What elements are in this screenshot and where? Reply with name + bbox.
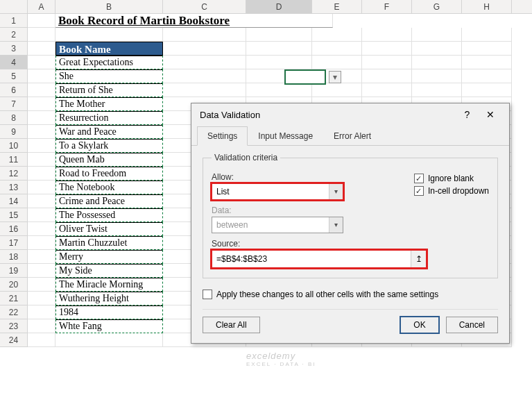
cell[interactable]	[55, 333, 163, 347]
cell[interactable]	[312, 42, 362, 56]
in-cell-dropdown-checkbox[interactable]: ✓	[414, 186, 424, 196]
book-cell[interactable]: Wuthering Height	[55, 292, 163, 305]
cell[interactable]	[28, 28, 55, 42]
cell[interactable]	[28, 305, 55, 319]
col-header-F[interactable]: F	[362, 0, 412, 13]
cell[interactable]	[28, 42, 55, 56]
row-header-21[interactable]: 21	[0, 292, 28, 305]
book-cell[interactable]: Crime and Peace	[55, 194, 163, 208]
cell[interactable]	[28, 83, 55, 97]
book-cell[interactable]: Oliver Twist	[55, 222, 163, 236]
clear-all-button[interactable]: Clear All	[203, 317, 260, 333]
book-cell[interactable]: Martin Chuzzulet	[55, 236, 163, 250]
cell[interactable]	[362, 83, 412, 97]
active-cell[interactable]	[284, 69, 326, 85]
row-header-19[interactable]: 19	[0, 264, 28, 278]
col-header-H[interactable]: H	[462, 0, 512, 13]
row-header-4[interactable]: 4	[0, 56, 28, 69]
dialog-titlebar[interactable]: Data Validation ? ✕	[191, 103, 509, 126]
col-header-E[interactable]: E	[312, 0, 362, 13]
row-header-18[interactable]: 18	[0, 250, 28, 264]
cell[interactable]	[462, 56, 512, 69]
cell[interactable]	[462, 69, 512, 83]
cell[interactable]	[246, 28, 312, 42]
source-input[interactable]: =$B$4:$B$23 ↥	[212, 250, 427, 268]
book-cell[interactable]: Road to Freedom	[55, 167, 163, 181]
ignore-blank-checkbox[interactable]: ✓	[414, 174, 424, 183]
cell[interactable]	[412, 56, 462, 69]
book-cell[interactable]: Resurrection	[55, 111, 163, 125]
book-cell[interactable]: Merry	[55, 250, 163, 264]
cell[interactable]	[163, 69, 246, 83]
cell[interactable]	[28, 139, 55, 153]
cell[interactable]	[163, 83, 246, 97]
cell[interactable]	[28, 250, 55, 264]
cell[interactable]	[362, 28, 412, 42]
apply-checkbox[interactable]	[203, 290, 212, 299]
cell-dropdown-button[interactable]: ▾	[329, 71, 341, 83]
cell[interactable]	[28, 264, 55, 278]
row-header-3[interactable]: 3	[0, 42, 28, 56]
cell[interactable]	[163, 42, 246, 56]
cell[interactable]	[462, 83, 512, 97]
row-header-17[interactable]: 17	[0, 236, 28, 250]
col-header-A[interactable]: A	[28, 0, 55, 13]
row-header-15[interactable]: 15	[0, 208, 28, 222]
row-header-13[interactable]: 13	[0, 181, 28, 194]
cell[interactable]	[28, 278, 55, 292]
cell[interactable]	[246, 42, 312, 56]
cell[interactable]	[246, 56, 312, 69]
cell[interactable]	[28, 236, 55, 250]
book-cell[interactable]: The Possessed	[55, 208, 163, 222]
ok-button[interactable]: OK	[400, 317, 438, 333]
row-header-5[interactable]: 5	[0, 69, 28, 83]
cell[interactable]	[28, 167, 55, 181]
row-header-12[interactable]: 12	[0, 167, 28, 181]
cell[interactable]	[28, 222, 55, 236]
book-cell[interactable]: To a Skylark	[55, 139, 163, 153]
cell[interactable]	[362, 56, 412, 69]
row-header-10[interactable]: 10	[0, 139, 28, 153]
select-all-corner[interactable]	[0, 0, 28, 13]
row-header-6[interactable]: 6	[0, 83, 28, 97]
row-header-20[interactable]: 20	[0, 278, 28, 292]
row-header-23[interactable]: 23	[0, 319, 28, 333]
cell[interactable]	[163, 56, 246, 69]
table-header[interactable]: Book Name	[55, 42, 163, 56]
book-cell[interactable]: My Side	[55, 264, 163, 278]
page-title[interactable]: Book Record of Martin Bookstore	[55, 14, 333, 28]
allow-select[interactable]: List ▾	[212, 183, 343, 200]
book-cell[interactable]: Queen Mab	[55, 153, 163, 167]
cell[interactable]	[312, 28, 362, 42]
col-header-G[interactable]: G	[412, 0, 462, 13]
book-cell[interactable]: War and Peace	[55, 125, 163, 139]
cell[interactable]	[28, 97, 55, 111]
range-picker-icon[interactable]: ↥	[411, 251, 426, 267]
cell[interactable]	[163, 28, 246, 42]
cell[interactable]	[312, 83, 362, 97]
col-header-C[interactable]: C	[163, 0, 246, 13]
book-cell[interactable]: Great Expectations	[55, 56, 163, 69]
cell[interactable]	[362, 69, 412, 83]
row-header-14[interactable]: 14	[0, 194, 28, 208]
book-cell[interactable]: The Notebook	[55, 181, 163, 194]
book-cell[interactable]: The Miracle Morning	[55, 278, 163, 292]
row-header-9[interactable]: 9	[0, 125, 28, 139]
tab-error-alert[interactable]: Error Alert	[323, 126, 381, 146]
cell[interactable]	[28, 194, 55, 208]
cell[interactable]	[312, 56, 362, 69]
row-header-2[interactable]: 2	[0, 28, 28, 42]
cell[interactable]	[28, 69, 55, 83]
cell[interactable]	[28, 153, 55, 167]
row-header-11[interactable]: 11	[0, 153, 28, 167]
cell[interactable]	[462, 28, 512, 42]
row-header-1[interactable]: 1	[0, 14, 28, 28]
help-button[interactable]: ?	[456, 109, 477, 120]
row-header-8[interactable]: 8	[0, 111, 28, 125]
cell[interactable]	[28, 56, 55, 69]
cell[interactable]	[412, 69, 462, 83]
row-header-22[interactable]: 22	[0, 305, 28, 319]
cell[interactable]	[412, 28, 462, 42]
cell[interactable]	[28, 333, 55, 347]
cell[interactable]	[28, 14, 55, 28]
